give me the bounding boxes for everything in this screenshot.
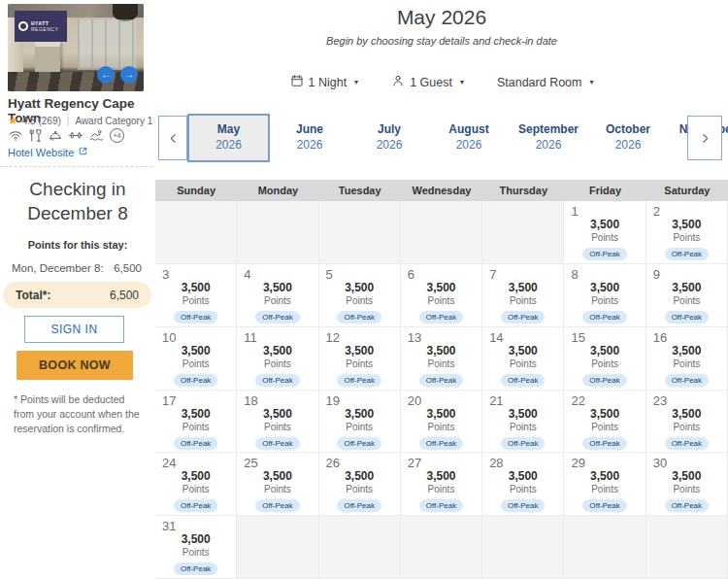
amenities-row: +4: [8, 128, 124, 143]
calendar-panel: May 2026 Begin by choosing stay details …: [155, 0, 728, 579]
book-now-button[interactable]: BOOK NOW: [17, 351, 133, 380]
hyatt-logo-icon: [18, 21, 28, 31]
off-peak-badge: Off-Peak: [419, 437, 463, 450]
fitness-icon: [68, 128, 83, 143]
hotel-rating-row: ★ 4.5 (269) | Award Category 1: [8, 114, 153, 127]
month-tab-july[interactable]: July2026: [349, 114, 429, 162]
photo-next-button[interactable]: →: [120, 66, 138, 84]
off-peak-badge: Off-Peak: [174, 562, 217, 575]
calendar-day-26[interactable]: 263,500PointsOff-Peak: [319, 453, 401, 516]
hotel-website-label: Hotel Website: [8, 147, 74, 158]
calendar-day-23[interactable]: 233,500PointsOff-Peak: [646, 391, 728, 454]
more-amenities-button[interactable]: +4: [110, 128, 124, 143]
guests-dropdown[interactable]: 1 Guest ▾: [391, 74, 464, 90]
photo-prev-button[interactable]: ←: [97, 66, 115, 84]
calendar-empty-cell: [482, 201, 564, 264]
calendar-empty-cell: [237, 516, 318, 579]
calendar-empty-cell: [482, 516, 564, 579]
calendar-day-3[interactable]: 33,500PointsOff-Peak: [155, 264, 237, 327]
page-title: May 2026: [155, 6, 728, 29]
chevron-down-icon: ▾: [460, 78, 464, 86]
calendar-day-4[interactable]: 43,500PointsOff-Peak: [237, 264, 318, 327]
hyatt-regency-logo: HYATT REGENCY: [15, 11, 67, 42]
calendar-day-27[interactable]: 273,500PointsOff-Peak: [401, 453, 482, 516]
calendar-day-13[interactable]: 133,500PointsOff-Peak: [401, 327, 482, 391]
off-peak-badge: Off-Peak: [337, 311, 381, 324]
previous-months-button[interactable]: [158, 116, 187, 160]
calendar-day-22[interactable]: 223,500PointsOff-Peak: [564, 391, 645, 454]
calendar-day-17[interactable]: 173,500PointsOff-Peak: [155, 391, 237, 454]
calendar-day-15[interactable]: 153,500PointsOff-Peak: [564, 327, 645, 391]
off-peak-badge: Off-Peak: [174, 437, 217, 450]
calendar-empty-cell: [401, 516, 482, 579]
calendar-day-12[interactable]: 123,500PointsOff-Peak: [319, 327, 401, 391]
calendar-day-6[interactable]: 63,500PointsOff-Peak: [401, 264, 482, 327]
off-peak-badge: Off-Peak: [255, 437, 299, 450]
page-subtitle: Begin by choosing stay details and check…: [155, 35, 728, 47]
off-peak-badge: Off-Peak: [337, 437, 381, 450]
divider: |: [67, 116, 70, 126]
calendar-day-7[interactable]: 73,500PointsOff-Peak: [482, 264, 564, 327]
off-peak-badge: Off-Peak: [174, 374, 217, 387]
calendar-day-1[interactable]: 13,500PointsOff-Peak: [564, 201, 645, 264]
chevron-down-icon: ▾: [354, 78, 358, 86]
month-tab-august[interactable]: August2026: [429, 114, 509, 162]
off-peak-badge: Off-Peak: [337, 374, 381, 387]
room-type-dropdown[interactable]: Standard Room ▾: [497, 76, 594, 89]
off-peak-badge: Off-Peak: [501, 437, 545, 450]
off-peak-badge: Off-Peak: [582, 499, 626, 512]
month-tab-september[interactable]: September2026: [509, 114, 588, 162]
sidebar-divider: [0, 166, 152, 167]
calendar-day-24[interactable]: 243,500PointsOff-Peak: [155, 453, 237, 516]
calendar-day-2[interactable]: 23,500PointsOff-Peak: [646, 201, 728, 264]
month-carousel: May2026June2026July2026August2026Septemb…: [155, 114, 728, 162]
off-peak-badge: Off-Peak: [337, 499, 381, 512]
calendar-day-9[interactable]: 93,500PointsOff-Peak: [646, 264, 728, 327]
calendar-day-19[interactable]: 193,500PointsOff-Peak: [319, 391, 401, 454]
sign-in-button[interactable]: SIGN IN: [24, 316, 124, 343]
stay-date-points: 6,500: [114, 262, 142, 274]
off-peak-badge: Off-Peak: [501, 499, 545, 512]
calendar-day-30[interactable]: 303,500PointsOff-Peak: [646, 453, 728, 516]
off-peak-badge: Off-Peak: [582, 311, 626, 324]
off-peak-badge: Off-Peak: [665, 311, 709, 324]
rating-value: 4.5 (269): [22, 116, 61, 126]
calendar-day-31[interactable]: 313,500PointsOff-Peak: [155, 516, 237, 579]
points-disclaimer: * Points will be deducted from your acco…: [14, 392, 146, 437]
calendar-day-16[interactable]: 163,500PointsOff-Peak: [646, 327, 728, 391]
weekday-header: Saturday: [646, 180, 728, 201]
nights-dropdown[interactable]: 1 Night ▾: [290, 74, 359, 90]
off-peak-badge: Off-Peak: [665, 437, 709, 450]
calendar-day-20[interactable]: 203,500PointsOff-Peak: [401, 391, 482, 454]
next-months-button[interactable]: [687, 116, 722, 160]
off-peak-badge: Off-Peak: [501, 311, 545, 324]
calendar-day-29[interactable]: 293,500PointsOff-Peak: [564, 453, 645, 516]
calendar-day-14[interactable]: 143,500PointsOff-Peak: [482, 327, 564, 391]
calendar-day-11[interactable]: 113,500PointsOff-Peak: [237, 327, 318, 391]
off-peak-badge: Off-Peak: [174, 499, 217, 512]
off-peak-badge: Off-Peak: [255, 499, 299, 512]
calendar-day-25[interactable]: 253,500PointsOff-Peak: [237, 453, 318, 516]
calendar-day-28[interactable]: 283,500PointsOff-Peak: [482, 453, 564, 516]
total-points-pill: Total*: 6,500: [3, 282, 151, 308]
checkin-heading: Checking in December 8: [0, 178, 155, 225]
weekday-header: Wednesday: [401, 180, 482, 201]
calendar-day-8[interactable]: 83,500PointsOff-Peak: [564, 264, 645, 327]
month-tab-may[interactable]: May2026: [187, 114, 270, 162]
points-heading: Points for this stay:: [0, 239, 155, 251]
checkin-heading-line2: December 8: [0, 202, 155, 226]
weekday-header-row: SundayMondayTuesdayWednesdayThursdayFrid…: [155, 180, 728, 201]
calendar-empty-cell: [646, 516, 728, 579]
calendar-day-10[interactable]: 103,500PointsOff-Peak: [155, 327, 237, 391]
stay-controls: 1 Night ▾ 1 Guest ▾ Standard Room ▾: [155, 74, 728, 90]
wifi-icon: [8, 128, 23, 143]
month-tab-october[interactable]: October2026: [588, 114, 668, 162]
external-link-icon: [78, 146, 88, 158]
hotel-website-link[interactable]: Hotel Website: [8, 146, 88, 158]
calendar-empty-cell: [155, 201, 237, 264]
calendar-day-5[interactable]: 53,500PointsOff-Peak: [319, 264, 401, 327]
calendar-day-18[interactable]: 183,500PointsOff-Peak: [237, 391, 318, 454]
off-peak-badge: Off-Peak: [255, 311, 299, 324]
month-tab-june[interactable]: June2026: [270, 114, 349, 162]
calendar-day-21[interactable]: 213,500PointsOff-Peak: [482, 391, 564, 454]
